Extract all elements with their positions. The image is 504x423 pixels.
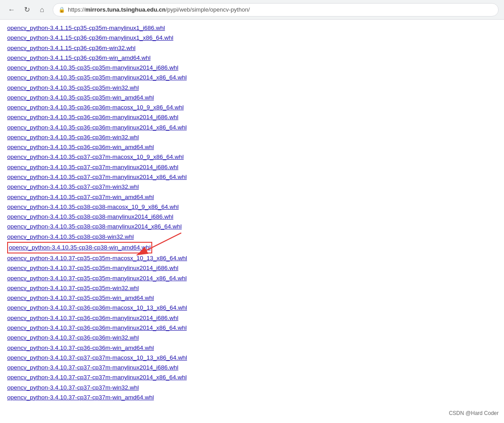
back-button[interactable]: ← <box>5 4 18 16</box>
list-item[interactable]: opencv_python-3.4.10.35-cp38-cp38-win32.… <box>7 232 497 242</box>
url-scheme: https:// <box>68 6 85 13</box>
list-item[interactable]: opencv_python-3.4.10.35-cp37-cp37m-manyl… <box>7 162 497 172</box>
list-item[interactable]: opencv_python-3.4.1.15-cp36-cp36m-manyli… <box>7 33 497 43</box>
list-item[interactable]: opencv_python-3.4.10.35-cp38-cp38-manyli… <box>7 212 497 222</box>
list-item[interactable]: opencv_python-3.4.10.37-cp36-cp36m-win_a… <box>7 343 497 353</box>
list-item[interactable]: opencv_python-3.4.10.37-cp37-cp37m-win32… <box>7 383 497 393</box>
address-bar[interactable]: 🔒 https://mirrors.tuna.tsinghua.edu.cn/p… <box>53 3 499 17</box>
url-domain: mirrors.tuna.tsinghua.edu.cn <box>85 6 166 13</box>
list-item[interactable]: opencv_python-3.4.1.15-cp36-cp36m-win_am… <box>7 53 497 63</box>
list-item[interactable]: opencv_python-3.4.10.35-cp38-cp38-macosx… <box>7 202 497 212</box>
list-item[interactable]: opencv_python-3.4.10.37-cp36-cp36m-win32… <box>7 333 497 343</box>
list-item[interactable]: opencv_python-3.4.10.35-cp36-cp36m-win32… <box>7 133 497 142</box>
list-item[interactable]: opencv_python-3.4.10.37-cp35-cp35m-win32… <box>7 283 497 293</box>
list-item[interactable]: opencv_python-3.4.10.35-cp35-cp35m-win_a… <box>7 93 497 103</box>
nav-buttons: ← ↻ ⌂ <box>5 4 48 16</box>
watermark: CSDN @Hard Coder <box>449 409 499 418</box>
links-container: opencv_python-3.4.1.15-cp35-cp35m-manyli… <box>7 23 497 402</box>
list-item[interactable]: opencv_python-3.4.10.37-cp35-cp35m-win_a… <box>7 293 497 303</box>
list-item[interactable]: opencv_python-3.4.10.35-cp36-cp36m-macos… <box>7 103 497 112</box>
browser-toolbar: ← ↻ ⌂ 🔒 https://mirrors.tuna.tsinghua.ed… <box>0 0 504 20</box>
list-item[interactable]: opencv_python-3.4.10.37-cp37-cp37m-macos… <box>7 353 497 363</box>
list-item[interactable]: opencv_python-3.4.10.37-cp37-cp37m-manyl… <box>7 373 497 382</box>
list-item[interactable]: opencv_python-3.4.10.37-cp37-cp37m-manyl… <box>7 363 497 373</box>
list-item[interactable]: opencv_python-3.4.1.15-cp36-cp36m-win32.… <box>7 43 497 53</box>
list-item[interactable]: opencv_python-3.4.10.37-cp37-cp37m-win_a… <box>7 393 497 402</box>
url-text: https://mirrors.tuna.tsinghua.edu.cn/pyp… <box>68 6 493 13</box>
list-item[interactable]: opencv_python-3.4.10.35-cp35-cp35m-manyl… <box>7 63 497 73</box>
home-button[interactable]: ⌂ <box>36 4 48 16</box>
list-item[interactable]: opencv_python-3.4.10.35-cp35-cp35m-win32… <box>7 83 497 93</box>
list-item[interactable]: opencv_python-3.4.10.35-cp35-cp35m-manyl… <box>7 73 497 83</box>
refresh-button[interactable]: ↻ <box>21 4 33 16</box>
list-item[interactable]: opencv_python-3.4.10.37-cp35-cp35m-macos… <box>7 253 497 263</box>
url-path: /pypi/web/simple/opencv-python/ <box>166 6 250 13</box>
page-content: opencv_python-3.4.1.15-cp35-cp35m-manyli… <box>0 20 504 406</box>
list-item[interactable]: opencv_python-3.4.10.37-cp36-cp36m-macos… <box>7 303 497 313</box>
list-item[interactable]: opencv_python-3.4.10.35-cp37-cp37m-win32… <box>7 182 497 192</box>
list-item[interactable]: opencv_python-3.4.10.35-cp36-cp36m-manyl… <box>7 112 497 122</box>
lock-icon: 🔒 <box>58 7 65 13</box>
list-item[interactable]: opencv_python-3.4.1.15-cp35-cp35m-manyli… <box>7 23 497 33</box>
list-item[interactable]: opencv_python-3.4.10.35-cp36-cp36m-win_a… <box>7 142 497 152</box>
list-item[interactable]: opencv_python-3.4.10.35-cp36-cp36m-manyl… <box>7 123 497 133</box>
list-item[interactable]: opencv_python-3.4.10.37-cp36-cp36m-manyl… <box>7 323 497 333</box>
list-item[interactable]: opencv_python-3.4.10.37-cp35-cp35m-manyl… <box>7 263 497 273</box>
list-item[interactable]: opencv_python-3.4.10.37-cp35-cp35m-manyl… <box>7 274 497 283</box>
highlighted-link[interactable]: opencv_python-3.4.10.35-cp38-cp38-win_am… <box>7 242 152 253</box>
list-item[interactable]: opencv_python-3.4.10.35-cp37-cp37m-macos… <box>7 152 497 162</box>
list-item[interactable]: opencv_python-3.4.10.35-cp37-cp37m-win_a… <box>7 192 497 202</box>
list-item[interactable]: opencv_python-3.4.10.35-cp37-cp37m-manyl… <box>7 172 497 182</box>
list-item[interactable]: opencv_python-3.4.10.35-cp38-cp38-manyli… <box>7 222 497 232</box>
list-item[interactable]: opencv_python-3.4.10.37-cp36-cp36m-manyl… <box>7 313 497 323</box>
